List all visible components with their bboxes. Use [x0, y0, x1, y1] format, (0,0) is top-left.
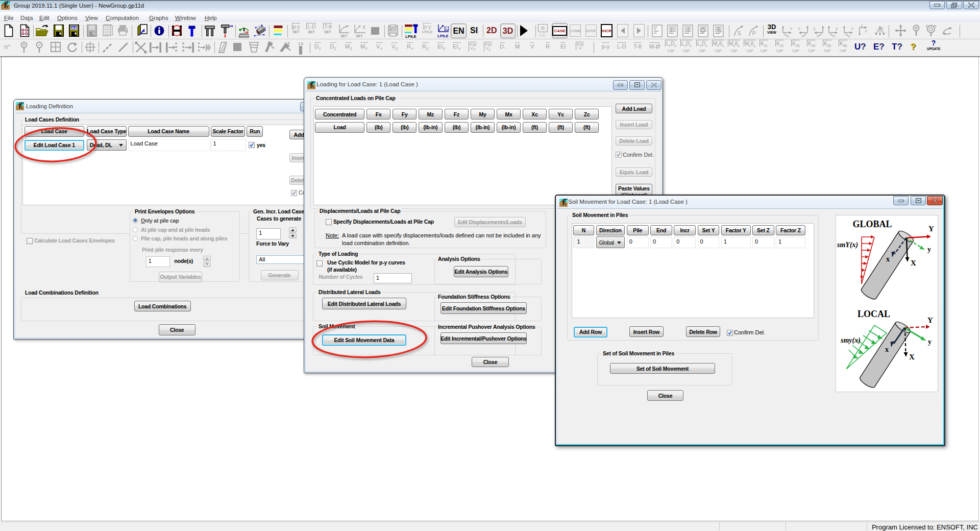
svg-text:x: x	[885, 346, 889, 353]
svg-text:Z: Z	[836, 27, 838, 31]
svg-text:y: y	[928, 338, 932, 346]
svg-text:X: X	[911, 259, 916, 267]
svg-text:Y: Y	[798, 27, 801, 31]
svg-text:x: x	[817, 34, 819, 37]
svg-text:z: z	[848, 34, 850, 37]
svg-text:Y: Y	[865, 29, 868, 34]
svg-text:S: S	[738, 31, 741, 36]
svg-text:Z: Z	[861, 25, 863, 28]
svg-text:y: y	[927, 246, 931, 253]
svg-text:SET: SET	[340, 34, 348, 38]
svg-text:P: P	[752, 31, 756, 36]
svg-text:x: x	[787, 34, 789, 37]
svg-text:Y: Y	[790, 27, 793, 31]
svg-text:EI: EI	[444, 26, 449, 31]
svg-text:Z: Z	[813, 27, 816, 31]
svg-text:x: x	[833, 34, 835, 37]
svg-text:GLOBAL: GLOBAL	[852, 219, 892, 229]
svg-text:LPILE: LPILE	[405, 34, 416, 38]
svg-text:smY(x): smY(x)	[837, 241, 858, 249]
svg-text:Y: Y	[881, 26, 884, 31]
svg-text:LOCAL: LOCAL	[857, 309, 890, 319]
svg-text:Y: Y	[928, 225, 934, 233]
svg-text:LPILE: LPILE	[437, 34, 448, 38]
svg-text:x: x	[801, 34, 803, 37]
svg-text:EI: EI	[363, 25, 366, 30]
svg-text:X: X	[909, 353, 915, 361]
svg-text:Y: Y	[851, 27, 854, 31]
svg-text:AS: AS	[71, 26, 77, 30]
svg-text:SET: SET	[356, 34, 363, 38]
svg-text:Y: Y	[927, 316, 933, 324]
svg-text:x: x	[886, 255, 890, 263]
svg-text:smy(x): smy(x)	[840, 336, 861, 345]
